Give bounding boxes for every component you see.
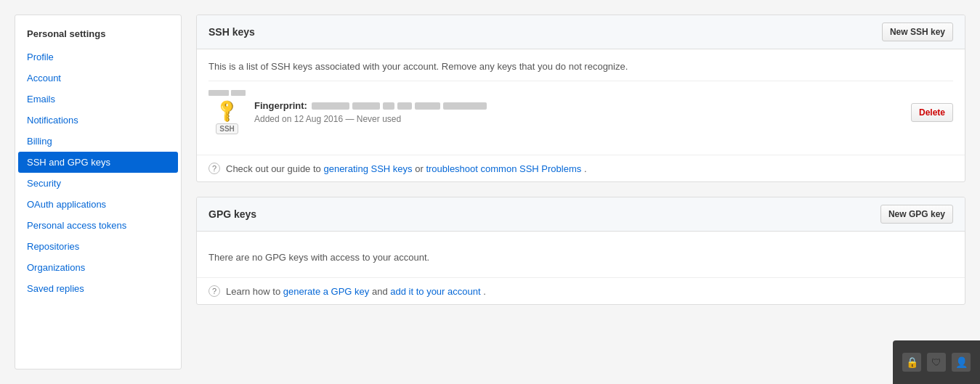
sidebar-link-billing[interactable]: Billing (15, 131, 181, 152)
sidebar-item-notifications[interactable]: Notifications (15, 110, 181, 131)
fp-block-4 (397, 102, 412, 110)
top-block-1 (208, 90, 229, 96)
gpg-panel-title: GPG keys (208, 208, 256, 220)
sidebar-link-profile[interactable]: Profile (15, 46, 181, 68)
ssh-help-middle: or (415, 163, 424, 174)
fp-block-5 (415, 102, 440, 110)
ext-icon-1[interactable]: 🔒 (902, 353, 921, 372)
ssh-panel: SSH keys New SSH key This is a list of S… (196, 15, 965, 182)
new-ssh-key-button[interactable]: New SSH key (882, 23, 953, 41)
sidebar-item-ssh-gpg[interactable]: SSH and GPG keys (15, 152, 181, 173)
ssh-help-text: Check out our guide to generating SSH ke… (226, 163, 587, 174)
sidebar-link-tokens[interactable]: Personal access tokens (15, 215, 181, 236)
sidebar-title: Personal settings (15, 23, 181, 46)
ssh-help-row: ? Check out our guide to generating SSH … (197, 155, 965, 181)
fingerprint-label: Fingerprint: (254, 100, 307, 111)
sidebar-item-tokens[interactable]: Personal access tokens (15, 215, 181, 236)
gpg-no-keys: There are no GPG keys with access to you… (208, 243, 953, 266)
ext-icon-2[interactable]: 🛡 (927, 353, 946, 372)
ssh-help-icon: ? (208, 163, 220, 174)
gpg-help-middle: and (372, 286, 388, 297)
ssh-key-top-blocks (208, 90, 246, 96)
sidebar: Personal settings Profile Account Emails… (15, 15, 182, 369)
ssh-panel-header: SSH keys New SSH key (197, 15, 965, 49)
fp-block-2 (352, 102, 380, 110)
ssh-panel-title: SSH keys (208, 26, 255, 38)
ext-icon-3[interactable]: 👤 (952, 353, 971, 372)
ssh-key-icon-wrap: 🔑 SSH (208, 90, 246, 134)
sidebar-item-emails[interactable]: Emails (15, 89, 181, 110)
ssh-badge: SSH (216, 123, 238, 134)
ssh-description: This is a list of SSH keys associated wi… (208, 61, 953, 72)
sidebar-link-orgs[interactable]: Organizations (15, 257, 181, 278)
delete-ssh-key-button[interactable]: Delete (911, 103, 953, 122)
gpg-help-text: Learn how to generate a GPG key and add … (226, 286, 486, 297)
sidebar-item-saved[interactable]: Saved replies (15, 278, 181, 299)
sidebar-link-ssh-gpg[interactable]: SSH and GPG keys (18, 152, 178, 173)
ssh-key-meta: Added on 12 Aug 2016 — Never used (254, 114, 902, 124)
top-block-2 (231, 90, 246, 96)
sidebar-nav: Profile Account Emails Notifications Bil… (15, 46, 181, 299)
sidebar-link-account[interactable]: Account (15, 68, 181, 89)
sidebar-link-emails[interactable]: Emails (15, 89, 181, 110)
gpg-panel-body: There are no GPG keys with access to you… (197, 232, 965, 277)
gpg-panel: GPG keys New GPG key There are no GPG ke… (196, 197, 965, 305)
gpg-help-icon: ? (208, 285, 220, 297)
page-layout: Personal settings Profile Account Emails… (0, 0, 980, 384)
fp-block-6 (443, 102, 487, 110)
sidebar-item-security[interactable]: Security (15, 173, 181, 194)
sidebar-link-oauth[interactable]: OAuth applications (15, 194, 181, 215)
ssh-help-link2[interactable]: troubleshoot common SSH Problems (426, 163, 581, 174)
sidebar-link-security[interactable]: Security (15, 173, 181, 194)
ssh-help-after: . (584, 163, 587, 174)
ssh-help-before: Check out our guide to (226, 163, 321, 174)
main-content: SSH keys New SSH key This is a list of S… (196, 15, 965, 369)
sidebar-item-orgs[interactable]: Organizations (15, 257, 181, 278)
sidebar-item-oauth[interactable]: OAuth applications (15, 194, 181, 215)
sidebar-item-billing[interactable]: Billing (15, 131, 181, 152)
ssh-fingerprint-row: Fingerprint: (254, 100, 902, 111)
ssh-help-link1[interactable]: generating SSH keys (323, 163, 412, 174)
gpg-panel-header: GPG keys New GPG key (197, 197, 965, 232)
ssh-key-details: Fingerprint: Added on 12 Aug 2016 — Neve… (254, 100, 902, 124)
key-icon: 🔑 (214, 97, 240, 124)
ssh-key-item: 🔑 SSH Fingerprint: (208, 81, 953, 143)
fp-block-1 (312, 102, 349, 110)
gpg-help-after: . (483, 286, 486, 297)
ssh-panel-body: This is a list of SSH keys associated wi… (197, 49, 965, 155)
gpg-help-before: Learn how to (226, 286, 280, 297)
gpg-help-link1[interactable]: generate a GPG key (283, 286, 370, 297)
sidebar-link-notifications[interactable]: Notifications (15, 110, 181, 131)
sidebar-item-profile[interactable]: Profile (15, 46, 181, 68)
gpg-help-link2[interactable]: add it to your account (390, 286, 480, 297)
sidebar-item-account[interactable]: Account (15, 68, 181, 89)
fingerprint-blocks (312, 102, 487, 110)
browser-extension-bar: 🔒 🛡 👤 (893, 340, 980, 384)
sidebar-link-repos[interactable]: Repositories (15, 236, 181, 257)
fp-block-3 (383, 102, 394, 110)
new-gpg-key-button[interactable]: New GPG key (880, 205, 953, 224)
sidebar-link-saved[interactable]: Saved replies (15, 278, 181, 299)
sidebar-item-repos[interactable]: Repositories (15, 236, 181, 257)
gpg-help-row: ? Learn how to generate a GPG key and ad… (197, 277, 965, 304)
